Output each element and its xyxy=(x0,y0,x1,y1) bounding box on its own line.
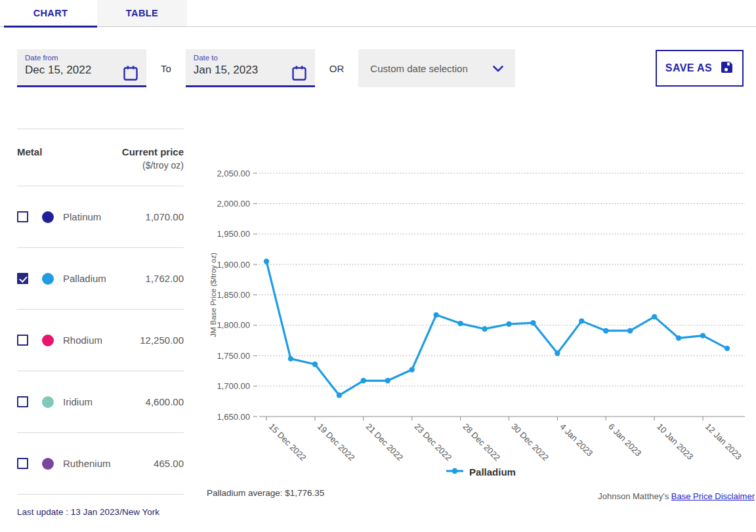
metal-name: Ruthenium xyxy=(63,458,111,469)
save-as-label: SAVE AS xyxy=(665,62,712,74)
svg-text:23 Dec 2022: 23 Dec 2022 xyxy=(413,422,454,463)
metal-name: Platinum xyxy=(63,211,101,222)
metal-price: 4,600.00 xyxy=(146,396,184,407)
save-icon xyxy=(720,60,734,77)
palladium-checkbox[interactable] xyxy=(17,273,28,284)
svg-text:1,950.00: 1,950.00 xyxy=(217,229,250,239)
svg-text:28 Dec 2022: 28 Dec 2022 xyxy=(461,422,502,463)
svg-text:12 Jan 2023: 12 Jan 2023 xyxy=(704,422,744,462)
date-from-field[interactable]: Date from Dec 15, 2022 xyxy=(17,49,146,87)
chart-legend[interactable]: Palladium xyxy=(207,466,755,478)
calendar-icon[interactable] xyxy=(123,65,138,85)
save-as-button[interactable]: SAVE AS xyxy=(656,50,744,87)
svg-text:30 Dec 2022: 30 Dec 2022 xyxy=(509,422,551,463)
tab-bar: CHART TABLE xyxy=(0,0,756,27)
metal-table-header: Metal Current price ($/troy oz) xyxy=(17,129,184,186)
to-label: To xyxy=(161,63,171,74)
svg-text:1,800.00: 1,800.00 xyxy=(217,320,250,330)
metal-row-palladium: Palladium 1,762.00 xyxy=(17,248,184,310)
svg-text:6 Jan 2023: 6 Jan 2023 xyxy=(606,422,643,459)
platinum-checkbox[interactable] xyxy=(17,211,28,222)
metal-row-ruthenium: Ruthenium 465.00 xyxy=(17,433,184,495)
svg-text:1,750.00: 1,750.00 xyxy=(217,351,250,361)
palladium-color-dot xyxy=(42,273,54,285)
metal-name: Iridium xyxy=(63,396,93,407)
metal-sidebar: Metal Current price ($/troy oz) Platinum… xyxy=(17,129,184,517)
base-price-disclaimer-link[interactable]: Base Price Disclaimer xyxy=(671,491,755,501)
date-to-field[interactable]: Date to Jan 15, 2023 xyxy=(186,49,315,87)
price-column-header: Current price xyxy=(122,140,184,157)
legend-marker-icon xyxy=(446,466,464,478)
svg-text:2,000.00: 2,000.00 xyxy=(217,199,250,209)
chart-area: 1,650.001,700.001,750.001,800.001,850.00… xyxy=(207,129,755,517)
date-to-label: Date to xyxy=(194,54,308,62)
metal-row-platinum: Platinum 1,070.00 xyxy=(17,186,184,248)
metal-price: 1,762.00 xyxy=(146,273,184,284)
price-line-chart[interactable]: 1,650.001,700.001,750.001,800.001,850.00… xyxy=(207,157,755,464)
ruthenium-checkbox[interactable] xyxy=(17,458,28,469)
metal-name: Palladium xyxy=(63,273,106,284)
iridium-color-dot xyxy=(42,396,54,408)
svg-text:1,900.00: 1,900.00 xyxy=(217,260,250,270)
svg-text:19 Dec 2022: 19 Dec 2022 xyxy=(316,422,357,463)
svg-text:21 Dec 2022: 21 Dec 2022 xyxy=(364,422,406,463)
svg-text:15 Dec 2022: 15 Dec 2022 xyxy=(267,422,308,463)
ruthenium-color-dot xyxy=(42,458,54,470)
metal-table: Metal Current price ($/troy oz) Platinum… xyxy=(17,129,184,495)
or-label: OR xyxy=(329,63,345,74)
metal-name: Rhodium xyxy=(63,335,102,346)
platinum-color-dot xyxy=(42,211,54,223)
svg-text:4 Jan 2023: 4 Jan 2023 xyxy=(558,422,595,459)
rhodium-checkbox[interactable] xyxy=(17,335,28,346)
disclaimer-prefix: Johnson Matthey's xyxy=(598,491,671,501)
svg-text:10 Jan 2023: 10 Jan 2023 xyxy=(655,422,695,462)
metal-price: 12,250.00 xyxy=(140,335,184,346)
svg-text:2,050.00: 2,050.00 xyxy=(217,169,250,178)
date-controls: Date from Dec 15, 2022 To Date to Jan 15… xyxy=(17,49,744,87)
svg-text:1,700.00: 1,700.00 xyxy=(217,381,250,391)
price-column-units: ($/troy oz) xyxy=(122,160,184,171)
dropdown-value: Custom date selection xyxy=(370,63,467,74)
metal-column-header: Metal xyxy=(17,140,42,176)
calendar-icon[interactable] xyxy=(291,65,307,85)
main-content: Metal Current price ($/troy oz) Platinum… xyxy=(17,129,745,517)
metal-price: 465.00 xyxy=(154,458,184,469)
svg-text:JM Base Price ($/troy oz): JM Base Price ($/troy oz) xyxy=(209,253,217,337)
legend-series-label: Palladium xyxy=(469,466,516,478)
custom-date-selection-dropdown[interactable]: Custom date selection xyxy=(358,49,515,87)
tab-table[interactable]: TABLE xyxy=(97,0,187,26)
metal-row-iridium: Iridium 4,600.00 xyxy=(17,371,184,433)
disclaimer-text: Johnson Matthey's Base Price Disclaimer xyxy=(598,491,755,501)
last-update-text: Last update : 13 Jan 2023/New York xyxy=(17,507,184,517)
svg-text:1,650.00: 1,650.00 xyxy=(217,412,250,422)
chevron-down-icon xyxy=(493,63,503,74)
metal-row-rhodium: Rhodium 12,250.00 xyxy=(17,310,184,371)
metal-price: 1,070.00 xyxy=(146,211,184,222)
iridium-checkbox[interactable] xyxy=(17,396,28,407)
date-from-label: Date from xyxy=(25,54,140,62)
tab-chart[interactable]: CHART xyxy=(7,0,94,26)
svg-text:1,850.00: 1,850.00 xyxy=(217,290,250,300)
rhodium-color-dot xyxy=(42,335,54,346)
